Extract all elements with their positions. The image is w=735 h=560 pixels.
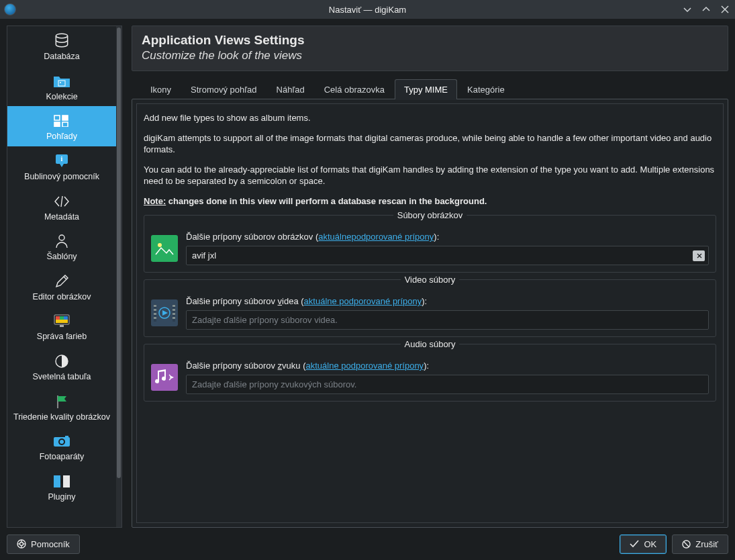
svg-rect-39	[173, 313, 175, 315]
note-text: Note: changes done in this view will per…	[144, 195, 716, 207]
svg-rect-25	[65, 436, 68, 438]
svg-rect-7	[54, 122, 60, 127]
svg-point-4	[60, 82, 61, 83]
sidebar-item-metadata[interactable]: Metadáta	[7, 187, 116, 227]
sidebar-item-plugins[interactable]: Pluginy	[7, 467, 116, 507]
video-supported-link[interactable]: aktuálne podporované prípony	[304, 296, 422, 306]
svg-rect-19	[60, 325, 64, 327]
tab-icons[interactable]: Ikony	[141, 79, 181, 99]
tab-tree-view[interactable]: Stromový pohľad	[181, 79, 266, 99]
svg-rect-5	[54, 115, 60, 120]
svg-rect-27	[63, 475, 70, 487]
tab-label: Stromový pohľad	[191, 85, 256, 95]
sidebar-item-templates[interactable]: Šablóny	[7, 226, 116, 267]
svg-point-24	[60, 440, 64, 444]
maximize-button[interactable]	[700, 3, 712, 15]
tab-categories[interactable]: Kategórie	[458, 79, 514, 99]
ok-label: OK	[644, 539, 656, 549]
app-icon	[4, 3, 16, 15]
video-file-icon	[151, 299, 178, 326]
mime-types-page: Add new file types to show as album item…	[136, 103, 724, 523]
sidebar-item-database[interactable]: Databáza	[7, 26, 116, 66]
sidebar-label: Metadáta	[44, 212, 79, 223]
group-title: Audio súbory	[401, 339, 460, 349]
svg-line-50	[684, 541, 689, 547]
tab-label: Typy MIME	[404, 85, 448, 95]
svg-point-2	[56, 34, 67, 38]
svg-rect-34	[154, 309, 156, 311]
tab-preview[interactable]: Náhľad	[267, 79, 314, 99]
svg-rect-33	[154, 305, 156, 307]
scrollbar-thumb[interactable]	[117, 28, 121, 478]
tab-fullscreen[interactable]: Celá obrazovka	[315, 79, 394, 99]
sidebar-item-color-management[interactable]: Správa farieb	[7, 306, 116, 346]
page-title: Application Views Settings	[142, 33, 718, 48]
video-extensions-input[interactable]	[186, 310, 709, 330]
group-title: Súbory obrázkov	[393, 210, 467, 220]
sidebar-label: Správa farieb	[37, 332, 87, 342]
sidebar-scrollbar[interactable]	[116, 26, 121, 527]
video-extensions-label: Ďalšie prípony súborov videa (aktuálne p…	[186, 296, 709, 306]
audio-extensions-input[interactable]	[186, 375, 709, 394]
tab-label: Ikony	[150, 85, 171, 95]
views-icon	[54, 111, 70, 130]
camera-icon	[53, 432, 70, 451]
help-button[interactable]: Pomocník	[7, 534, 80, 554]
close-button[interactable]	[719, 3, 731, 15]
sidebar-item-tooltip[interactable]: i Bublinový pomocník	[7, 146, 116, 187]
contrast-circle-icon	[54, 352, 69, 371]
sidebar-item-light-table[interactable]: Svetelná tabuľa	[7, 346, 116, 387]
svg-text:i: i	[61, 155, 63, 162]
intro-text-2: digiKam attempts to support all of the i…	[144, 132, 716, 156]
tab-label: Celá obrazovka	[324, 85, 385, 95]
svg-marker-42	[171, 376, 174, 379]
image-files-group: Súbory obrázkov Ďalšie prípony súborov o…	[144, 215, 716, 273]
ok-button[interactable]: OK	[620, 534, 667, 554]
svg-rect-35	[154, 313, 156, 315]
cancel-label: Zrušiť	[695, 539, 718, 549]
svg-line-11	[61, 196, 62, 207]
plugin-icon	[52, 472, 71, 491]
cancel-button[interactable]: Zrušiť	[672, 534, 728, 554]
svg-rect-17	[64, 316, 68, 320]
intro-text-3: You can add to the already-appreciable l…	[144, 164, 716, 187]
sidebar-item-quality-sort[interactable]: Triedenie kvality obrázkov	[7, 387, 116, 427]
intro-text-1: Add new file types to show as album item…	[144, 112, 716, 124]
sidebar-item-views[interactable]: Pohľady	[7, 106, 116, 146]
sidebar-label: Pohľady	[46, 132, 77, 142]
flag-icon	[54, 392, 69, 411]
image-supported-link[interactable]: aktuálnepodporované prípony	[318, 232, 434, 242]
image-extensions-input[interactable]	[186, 246, 709, 265]
minimize-button[interactable]	[681, 3, 693, 15]
svg-rect-26	[54, 475, 60, 487]
image-extensions-label: Ďalšie prípony súborov obrázkov (aktuáln…	[186, 232, 709, 242]
svg-rect-36	[154, 317, 156, 319]
note-body: changes done in this view will perform a…	[166, 196, 487, 206]
sidebar-item-image-editor[interactable]: Editor obrázkov	[7, 267, 116, 307]
settings-sidebar: Databáza Kolekcie Pohľady i Bublinový po…	[7, 26, 122, 528]
pencil-icon	[54, 272, 70, 291]
sidebar-label: Editor obrázkov	[33, 292, 91, 303]
sidebar-label: Svetelná tabuľa	[32, 372, 91, 383]
svg-point-28	[158, 243, 162, 247]
svg-line-13	[64, 277, 66, 279]
svg-point-44	[20, 543, 23, 546]
audio-supported-link[interactable]: aktuálne podporované prípony	[305, 361, 424, 371]
note-label: Note:	[144, 196, 166, 206]
sidebar-label: Kolekcie	[46, 92, 77, 103]
folder-image-icon	[53, 72, 70, 91]
tab-label: Náhľad	[277, 85, 305, 95]
svg-rect-16	[60, 316, 64, 320]
sidebar-item-collections[interactable]: Kolekcie	[7, 66, 116, 107]
sidebar-label: Šablóny	[46, 252, 77, 263]
svg-rect-15	[56, 316, 60, 320]
sidebar-label: Triedenie kvality obrázkov	[13, 412, 110, 423]
sidebar-label: Fotoaparáty	[40, 452, 85, 463]
clear-input-icon[interactable]	[693, 250, 705, 261]
tooltip-icon: i	[54, 152, 70, 171]
tab-mime-types[interactable]: Typy MIME	[395, 79, 457, 99]
svg-rect-40	[173, 317, 175, 319]
sidebar-item-cameras[interactable]: Fotoaparáty	[7, 426, 116, 467]
tabbar: Ikony Stromový pohľad Náhľad Celá obrazo…	[132, 79, 728, 99]
window-title: Nastaviť — digiKam	[329, 5, 406, 15]
